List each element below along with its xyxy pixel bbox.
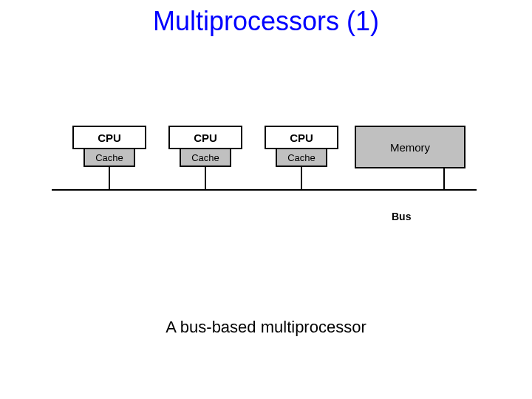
cpu-box-2: CPU bbox=[168, 126, 242, 149]
caption: A bus-based multiprocessor bbox=[0, 318, 532, 337]
cache-box-2: Cache bbox=[180, 148, 231, 167]
bus-line bbox=[52, 189, 477, 191]
cpu-box-1: CPU bbox=[72, 126, 146, 149]
slide: Multiprocessors (1) CPU Cache CPU Cache … bbox=[0, 0, 532, 399]
bus-stub-1 bbox=[109, 167, 110, 189]
bus-stub-3 bbox=[301, 167, 302, 189]
cache-box-3: Cache bbox=[276, 148, 327, 167]
bus-stub-memory bbox=[443, 168, 445, 189]
cache-box-1: Cache bbox=[83, 148, 135, 167]
memory-box: Memory bbox=[355, 126, 466, 168]
bus-label: Bus bbox=[392, 211, 411, 222]
cpu-box-3: CPU bbox=[265, 126, 338, 149]
bus-stub-2 bbox=[205, 167, 206, 189]
page-title: Multiprocessors (1) bbox=[0, 6, 532, 37]
